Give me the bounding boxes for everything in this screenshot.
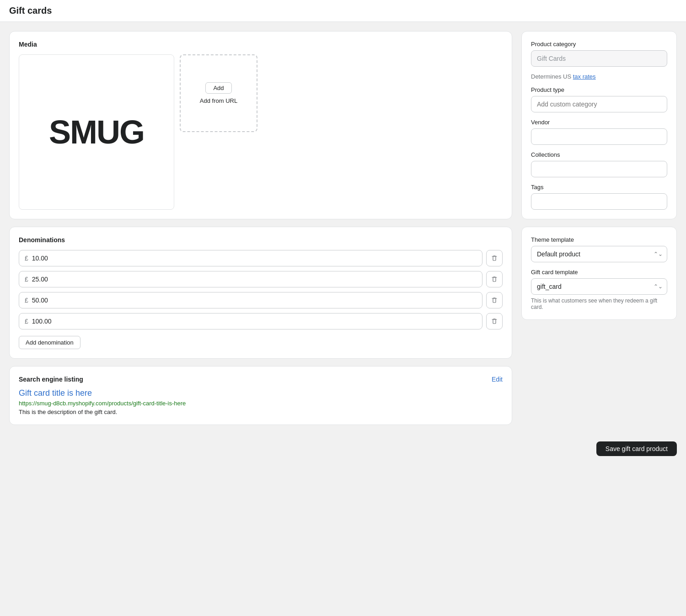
media-card: Media SMUG Add Add from URL bbox=[9, 31, 512, 219]
denominations-card: Denominations £ £ bbox=[9, 227, 512, 359]
denomination-row-1: £ bbox=[19, 271, 503, 287]
tax-note-text: Determines US bbox=[531, 73, 573, 80]
theme-template-select[interactable]: Default product bbox=[531, 246, 667, 262]
seo-edit-button[interactable]: Edit bbox=[492, 376, 503, 383]
denomination-delete-0[interactable] bbox=[486, 250, 503, 266]
media-add-url-label: Add from URL bbox=[200, 97, 237, 104]
currency-symbol-2: £ bbox=[25, 297, 28, 304]
vendor-label: Vendor bbox=[531, 119, 667, 126]
vendor-group: Vendor bbox=[531, 119, 667, 145]
theme-template-group: Theme template Default product ⌃⌄ bbox=[531, 236, 667, 262]
tags-input[interactable] bbox=[531, 193, 667, 210]
denomination-row-3: £ bbox=[19, 313, 503, 329]
media-add-button[interactable]: Add bbox=[205, 82, 231, 94]
denomination-input-wrap-1: £ bbox=[19, 271, 482, 287]
seo-url: https://smug-d8cb.myshopify.com/products… bbox=[19, 400, 503, 407]
denominations-title: Denominations bbox=[19, 236, 503, 244]
save-gift-card-button[interactable]: Save gift card product bbox=[596, 441, 677, 456]
product-type-label: Product type bbox=[531, 86, 667, 93]
media-main-image: SMUG bbox=[19, 54, 174, 210]
page-title: Gift cards bbox=[9, 5, 52, 16]
tags-label: Tags bbox=[531, 184, 667, 191]
denomination-input-3[interactable] bbox=[32, 318, 477, 325]
denomination-delete-2[interactable] bbox=[486, 292, 503, 308]
denomination-delete-3[interactable] bbox=[486, 313, 503, 329]
media-add-slot[interactable]: Add Add from URL bbox=[180, 54, 257, 132]
tax-rates-link[interactable]: tax rates bbox=[573, 73, 596, 80]
product-category-label: Product category bbox=[531, 41, 667, 48]
denomination-input-wrap-2: £ bbox=[19, 292, 482, 308]
seo-description: This is the description of the gift card… bbox=[19, 409, 503, 415]
denomination-input-0[interactable] bbox=[32, 255, 477, 262]
tax-note: Determines US tax rates bbox=[531, 73, 667, 80]
product-type-group: Product type bbox=[531, 86, 667, 112]
trash-icon-2 bbox=[491, 297, 498, 304]
collections-input[interactable] bbox=[531, 161, 667, 177]
gift-card-template-select-wrap: gift_card ⌃⌄ bbox=[531, 278, 667, 295]
denomination-input-wrap-3: £ bbox=[19, 313, 482, 329]
right-column: Product category Determines US tax rates… bbox=[521, 31, 677, 425]
seo-title: Gift card title is here bbox=[19, 388, 503, 398]
seo-header: Search engine listing Edit bbox=[19, 376, 503, 383]
gift-card-template-helper: This is what customers see when they red… bbox=[531, 297, 667, 310]
denomination-input-wrap-0: £ bbox=[19, 250, 482, 266]
denomination-row-0: £ bbox=[19, 250, 503, 266]
seo-card: Search engine listing Edit Gift card tit… bbox=[9, 366, 512, 425]
save-button-wrap: Save gift card product bbox=[0, 434, 686, 463]
gift-card-template-select[interactable]: gift_card bbox=[531, 278, 667, 295]
vendor-input[interactable] bbox=[531, 128, 667, 145]
product-category-input bbox=[531, 50, 667, 67]
denomination-delete-1[interactable] bbox=[486, 271, 503, 287]
media-grid: SMUG Add Add from URL bbox=[19, 54, 503, 210]
theme-template-label: Theme template bbox=[531, 236, 667, 243]
product-category-group: Product category bbox=[531, 41, 667, 67]
page-header: Gift cards bbox=[0, 0, 686, 22]
denomination-input-2[interactable] bbox=[32, 297, 477, 304]
currency-symbol-0: £ bbox=[25, 255, 28, 262]
denomination-row-2: £ bbox=[19, 292, 503, 308]
denomination-input-1[interactable] bbox=[32, 276, 477, 283]
trash-icon-1 bbox=[491, 276, 498, 283]
gift-card-template-label: Gift card template bbox=[531, 269, 667, 276]
collections-group: Collections bbox=[531, 151, 667, 177]
theme-template-select-wrap: Default product ⌃⌄ bbox=[531, 246, 667, 262]
currency-symbol-3: £ bbox=[25, 318, 28, 325]
page-wrapper: Media SMUG Add Add from URL Denomination… bbox=[0, 22, 686, 434]
media-brand-text: SMUG bbox=[49, 113, 144, 151]
add-denomination-button[interactable]: Add denomination bbox=[19, 336, 80, 349]
media-section-title: Media bbox=[19, 41, 503, 48]
theme-template-card: Theme template Default product ⌃⌄ Gift c… bbox=[521, 227, 677, 320]
currency-symbol-1: £ bbox=[25, 276, 28, 283]
gift-card-template-group: Gift card template gift_card ⌃⌄ This is … bbox=[531, 269, 667, 310]
product-type-input[interactable] bbox=[531, 96, 667, 112]
left-column: Media SMUG Add Add from URL Denomination… bbox=[9, 31, 512, 425]
tags-group: Tags bbox=[531, 184, 667, 210]
collections-label: Collections bbox=[531, 151, 667, 158]
trash-icon-0 bbox=[491, 255, 498, 262]
trash-icon-3 bbox=[491, 318, 498, 325]
product-org-card: Product category Determines US tax rates… bbox=[521, 31, 677, 219]
seo-section-title: Search engine listing bbox=[19, 376, 83, 383]
